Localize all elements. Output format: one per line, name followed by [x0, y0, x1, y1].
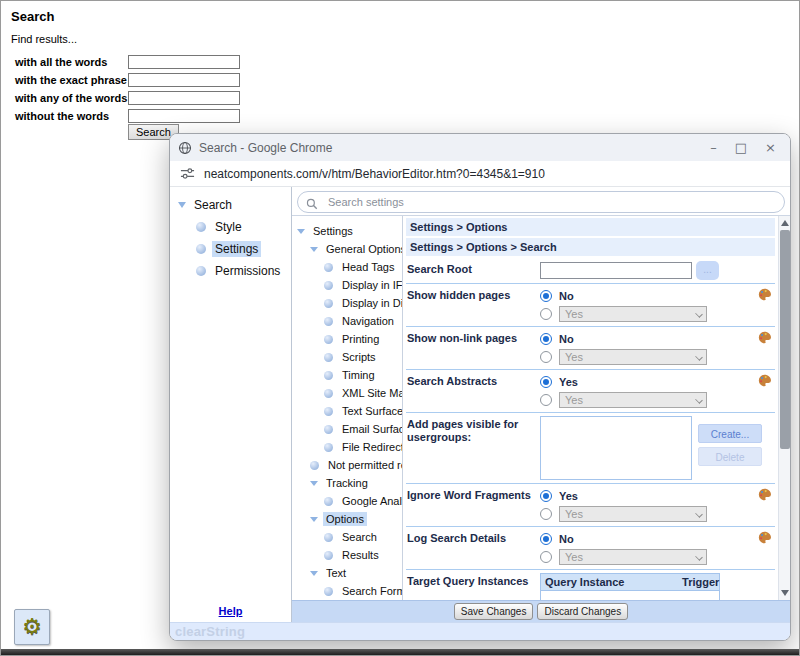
tree-item[interactable]: Scripts	[292, 348, 402, 366]
desktop: Search Find results... with all the word…	[0, 0, 800, 656]
settings-search-input[interactable]: Search settings	[297, 191, 785, 213]
create-button[interactable]: Create...	[698, 424, 762, 443]
minimize-button[interactable]: –	[710, 141, 717, 154]
save-changes-button[interactable]: Save Changes	[454, 603, 534, 620]
discard-changes-button[interactable]: Discard Changes	[537, 603, 628, 620]
tree-item[interactable]: Display in Dialog	[292, 294, 402, 312]
text-field[interactable]	[128, 55, 240, 69]
tree-item-label: Text	[323, 566, 349, 580]
search-root-input[interactable]	[540, 262, 692, 279]
sidebar-item[interactable]: Settings	[170, 238, 291, 260]
radio-selected[interactable]	[540, 333, 552, 345]
url-bar[interactable]: neatcomponents.com/v/htm/BehaviorEditor.…	[170, 161, 790, 187]
maximize-button[interactable]: □	[735, 141, 747, 154]
radio-unselected[interactable]	[540, 394, 552, 406]
chevron-down-icon	[695, 396, 703, 404]
palette-icon[interactable]	[758, 488, 771, 501]
tree-item[interactable]: Text Surfaces	[292, 402, 402, 420]
chevron-down-icon	[695, 353, 703, 361]
tree-item[interactable]: Options	[292, 510, 402, 528]
radio-selected[interactable]	[540, 290, 552, 302]
dropdown-value: Yes	[565, 394, 583, 406]
tree-item[interactable]: Settings	[292, 222, 402, 240]
radio-selected[interactable]	[540, 533, 552, 545]
radio-unselected[interactable]	[540, 551, 552, 563]
tree-item[interactable]: Email Surfaces	[292, 420, 402, 438]
bullet-icon	[324, 263, 333, 272]
tree-item[interactable]: Search	[292, 528, 402, 546]
close-button[interactable]: ×	[765, 141, 776, 154]
sidebar-item[interactable]: Search	[170, 194, 291, 216]
tree-item[interactable]: General Options	[292, 240, 402, 258]
tree-item[interactable]: Display in IFrame	[292, 276, 402, 294]
tree-item-label: Results	[339, 548, 382, 562]
tree-item-label: Search	[339, 530, 380, 544]
setting-label: Ignore Word Fragments	[407, 487, 540, 502]
help-link[interactable]: Help	[170, 605, 291, 617]
form-row: with all the words	[15, 53, 240, 71]
radio-selected[interactable]	[540, 490, 552, 502]
text-field[interactable]	[128, 73, 240, 87]
tree-item[interactable]: Tracking	[292, 474, 402, 492]
sidebar-item-label: Permissions	[212, 263, 283, 279]
dropdown-value: Yes	[565, 551, 583, 563]
bullet-icon	[196, 244, 206, 254]
tree-item[interactable]: Navigation	[292, 312, 402, 330]
text-field[interactable]	[128, 91, 240, 105]
radio-selected[interactable]	[540, 376, 552, 388]
delete-button[interactable]: Delete	[698, 447, 762, 466]
browse-button[interactable]: ...	[696, 261, 719, 280]
page-title: Search	[11, 9, 54, 24]
tree-item[interactable]: File Redirects	[292, 438, 402, 456]
sidebar-item[interactable]: Permissions	[170, 260, 291, 282]
scroll-up-arrow-icon[interactable]	[781, 220, 789, 226]
expand-triangle-icon[interactable]	[310, 247, 318, 252]
expand-triangle-icon[interactable]	[310, 517, 318, 522]
tree-item[interactable]: Results	[292, 546, 402, 564]
search-placeholder: Search settings	[328, 196, 404, 208]
query-instances-row: Target Query Instances Query Instance Tr…	[406, 570, 775, 600]
expand-triangle-icon[interactable]	[178, 202, 186, 208]
dropdown-disabled: Yes	[559, 306, 707, 322]
scroll-down-arrow-icon[interactable]	[781, 590, 789, 596]
tree-item[interactable]: Printing	[292, 330, 402, 348]
palette-icon[interactable]	[758, 288, 771, 301]
query-table-header: Query Instance Trigger	[540, 573, 720, 590]
setting-label: Show hidden pages	[407, 287, 540, 302]
site-settings-icon[interactable]	[180, 166, 195, 181]
tree-item[interactable]: Search Form	[292, 582, 402, 600]
tree-item-label: Head Tags	[339, 260, 397, 274]
sidebar-item[interactable]: Style	[170, 216, 291, 238]
tree-item-label: Search Form	[339, 584, 403, 598]
settings-gear-button[interactable]: ⚙	[14, 609, 50, 645]
search-icon	[306, 196, 318, 208]
page-subtitle: Find results...	[11, 33, 77, 45]
expand-triangle-icon[interactable]	[297, 229, 305, 234]
tree-item[interactable]: XML Site Maps	[292, 384, 402, 402]
palette-icon[interactable]	[758, 374, 771, 387]
tree-item[interactable]: Google Analytics	[292, 492, 402, 510]
tree-item[interactable]: Text	[292, 564, 402, 582]
radio-unselected[interactable]	[540, 508, 552, 520]
text-field[interactable]	[128, 109, 240, 123]
palette-icon[interactable]	[758, 331, 771, 344]
scroll-thumb[interactable]	[780, 230, 790, 449]
tree-item[interactable]: Not permitted redirection	[292, 456, 402, 474]
scrollbar[interactable]	[778, 216, 790, 600]
expand-triangle-icon[interactable]	[310, 481, 318, 486]
tree-item[interactable]: Head Tags	[292, 258, 402, 276]
window-bottom-edge	[1, 649, 799, 655]
radio-unselected[interactable]	[540, 351, 552, 363]
radio-unselected[interactable]	[540, 308, 552, 320]
expand-triangle-icon[interactable]	[310, 571, 318, 576]
palette-icon[interactable]	[758, 531, 771, 544]
main-area: Search settings Settings	[292, 187, 790, 622]
bullet-icon	[324, 371, 333, 380]
tree-item-label: Display in Dialog	[339, 296, 403, 310]
query-table-body[interactable]	[540, 590, 720, 600]
form-row: without the words	[15, 107, 240, 125]
tree-item[interactable]: Timing	[292, 366, 402, 384]
usergroups-listbox[interactable]	[540, 416, 692, 480]
field-label: with the exact phrase	[15, 74, 128, 86]
window-titlebar[interactable]: Search - Google Chrome – □ ×	[170, 134, 790, 161]
